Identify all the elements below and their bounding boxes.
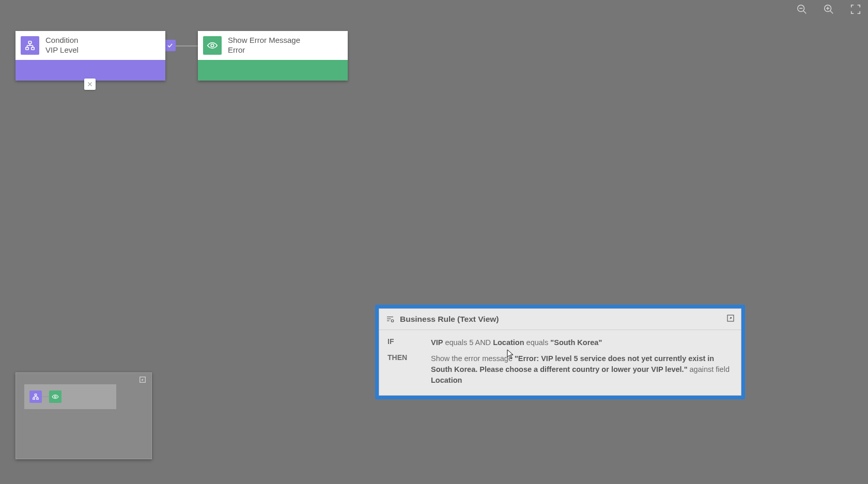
svg-line-1: [803, 11, 807, 14]
svg-rect-8: [26, 48, 29, 50]
zoom-in-button[interactable]: [823, 3, 835, 15]
textview-title: Business Rule (Text View): [400, 315, 499, 324]
collapse-icon: [139, 376, 146, 383]
fit-screen-icon: [850, 4, 861, 15]
svg-line-4: [830, 11, 833, 14]
expand-icon: [726, 314, 735, 322]
action-node-header: Show Error Message Error: [198, 31, 348, 60]
textview-body: IF VIP equals 5 AND Location equals "Sou…: [379, 330, 741, 395]
if-keyword: IF: [388, 337, 425, 348]
action-node-line2: Error: [228, 45, 300, 55]
hierarchy-icon: [24, 40, 36, 51]
check-icon: [166, 42, 174, 49]
minimap[interactable]: [16, 372, 152, 459]
svg-rect-19: [33, 398, 35, 399]
action-node[interactable]: Show Error Message Error: [198, 31, 348, 81]
eye-gear-icon: [207, 40, 218, 51]
action-icon: [203, 36, 222, 55]
textview-header: Business Rule (Text View): [379, 309, 741, 330]
hierarchy-icon: [32, 393, 39, 400]
then-keyword: THEN: [388, 353, 425, 386]
minimap-action-node: [49, 391, 61, 403]
textview-highlight: Business Rule (Text View) IF VIP equals …: [375, 305, 745, 399]
action-node-line1: Show Error Message: [228, 36, 300, 45]
svg-rect-7: [28, 41, 32, 44]
minimap-collapse-button[interactable]: [139, 376, 147, 384]
fit-screen-button[interactable]: [849, 3, 862, 15]
connector-true-check: [164, 40, 176, 51]
close-icon: [87, 81, 93, 87]
condition-node-line1: Condition: [45, 36, 79, 45]
svg-point-16: [211, 44, 214, 47]
svg-rect-9: [32, 48, 35, 50]
list-gear-icon: [385, 315, 395, 324]
textview-expand-button[interactable]: [726, 314, 735, 324]
condition-node-label: Condition VIP Level: [45, 36, 79, 55]
if-expression: VIP equals 5 AND Location equals "South …: [431, 337, 733, 348]
minimap-condition-node: [29, 391, 42, 403]
condition-icon: [21, 36, 39, 55]
minimap-connector: [42, 396, 49, 397]
action-node-band: [198, 60, 348, 81]
condition-node-line2: VIP Level: [45, 45, 79, 55]
canvas-toolbar: [796, 3, 862, 15]
zoom-out-icon: [796, 4, 808, 15]
eye-icon: [52, 393, 59, 400]
action-node-label: Show Error Message Error: [228, 36, 300, 55]
textview-panel[interactable]: Business Rule (Text View) IF VIP equals …: [379, 308, 741, 396]
condition-false-branch-drop[interactable]: [84, 79, 96, 90]
then-expression: Show the error message "Error: VIP level…: [431, 353, 733, 386]
svg-rect-20: [37, 398, 39, 399]
condition-node-band: [16, 60, 165, 81]
condition-node[interactable]: Condition VIP Level: [16, 31, 165, 81]
zoom-out-button[interactable]: [796, 3, 808, 15]
designer-canvas[interactable]: Condition VIP Level Show Error Message E…: [0, 0, 868, 484]
svg-point-25: [54, 396, 56, 398]
svg-point-29: [391, 320, 394, 322]
svg-rect-18: [35, 394, 37, 396]
condition-node-header: Condition VIP Level: [16, 31, 165, 60]
zoom-in-icon: [823, 4, 834, 15]
